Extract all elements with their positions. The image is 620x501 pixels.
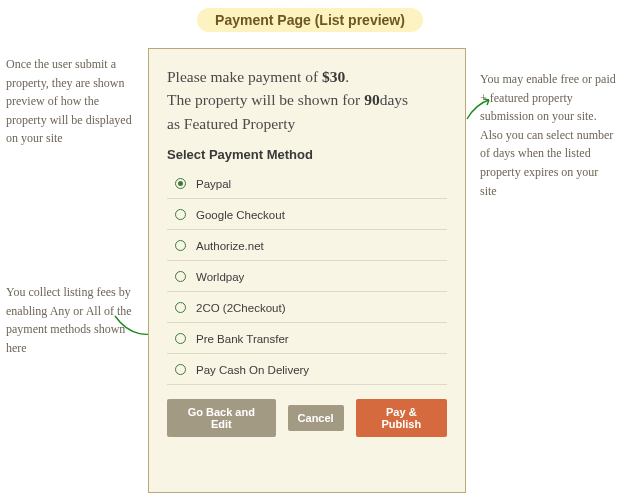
annotation-left-fees: You collect listing fees by enabling Any… <box>6 283 138 357</box>
go-back-button[interactable]: Go Back and Edit <box>167 399 276 437</box>
payment-option-label: Paypal <box>196 178 231 190</box>
radio-icon <box>175 240 186 251</box>
payment-option-label: Authorize.net <box>196 240 264 252</box>
payment-amount: $30 <box>322 68 345 85</box>
payment-option-worldpay[interactable]: Worldpay <box>167 261 447 292</box>
payment-option-label: Pay Cash On Delivery <box>196 364 309 376</box>
radio-icon <box>175 333 186 344</box>
payment-option-2co[interactable]: 2CO (2Checkout) <box>167 292 447 323</box>
lead-line3: as Featured Property <box>167 115 295 132</box>
cancel-button[interactable]: Cancel <box>288 405 344 431</box>
lead-line2b: days <box>380 91 408 108</box>
action-button-row: Go Back and Edit Cancel Pay & Publish <box>167 399 447 437</box>
payment-option-label: Google Checkout <box>196 209 285 221</box>
radio-icon <box>175 302 186 313</box>
lead-prefix: Please make payment of <box>167 68 322 85</box>
payment-option-google-checkout[interactable]: Google Checkout <box>167 199 447 230</box>
payment-option-authorize-net[interactable]: Authorize.net <box>167 230 447 261</box>
payment-option-label: 2CO (2Checkout) <box>196 302 285 314</box>
radio-icon <box>175 209 186 220</box>
payment-option-bank-transfer[interactable]: Pre Bank Transfer <box>167 323 447 354</box>
page-title: Payment Page (List preview) <box>197 8 423 32</box>
payment-method-list: Paypal Google Checkout Authorize.net Wor… <box>167 168 447 385</box>
annotation-right-config: You may enable free or paid + featured p… <box>480 70 616 200</box>
lead-line2a: The property will be shown for <box>167 91 364 108</box>
radio-icon <box>175 178 186 189</box>
payment-method-heading: Select Payment Method <box>167 147 447 162</box>
featured-days: 90 <box>364 91 380 108</box>
payment-option-label: Worldpay <box>196 271 244 283</box>
payment-option-cash-on-delivery[interactable]: Pay Cash On Delivery <box>167 354 447 385</box>
radio-icon <box>175 364 186 375</box>
radio-icon <box>175 271 186 282</box>
annotation-left-preview: Once the user submit a property, they ar… <box>6 55 138 148</box>
payment-panel: Please make payment of $30. The property… <box>148 48 466 493</box>
payment-option-paypal[interactable]: Paypal <box>167 168 447 199</box>
payment-option-label: Pre Bank Transfer <box>196 333 289 345</box>
pay-publish-button[interactable]: Pay & Publish <box>356 399 447 437</box>
payment-lead-text: Please make payment of $30. The property… <box>167 65 447 135</box>
lead-suffix: . <box>345 68 349 85</box>
